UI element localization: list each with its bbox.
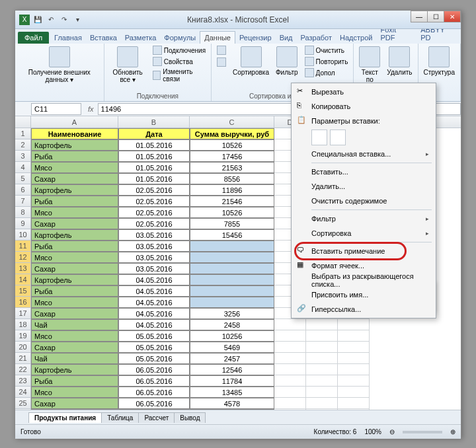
name-box[interactable]: C11 bbox=[31, 103, 81, 115]
redo-icon[interactable]: ↷ bbox=[59, 15, 69, 25]
cell[interactable]: Дата bbox=[118, 128, 190, 139]
text-to-columns-button[interactable]: Текст по bbox=[358, 45, 381, 85]
cell[interactable]: Мясо bbox=[31, 387, 118, 398]
cell[interactable] bbox=[306, 409, 338, 410]
cell[interactable]: Мясо bbox=[31, 252, 118, 263]
filter-clear-button[interactable]: Очистить bbox=[303, 45, 350, 56]
cell[interactable] bbox=[190, 297, 274, 308]
menu-sort[interactable]: Сортировка bbox=[293, 226, 434, 241]
cell[interactable]: 03.05.2016 bbox=[118, 252, 190, 263]
cell[interactable]: 17456 bbox=[190, 151, 274, 162]
cell[interactable]: 15456 bbox=[190, 229, 274, 241]
col-header-a[interactable]: A bbox=[31, 116, 118, 128]
cell[interactable] bbox=[274, 342, 306, 353]
cell[interactable]: 06.05.2016 bbox=[118, 364, 190, 375]
cell[interactable] bbox=[306, 387, 338, 398]
menu-comment[interactable]: 🗨Вставить примечание bbox=[293, 244, 434, 258]
row-header[interactable]: 7 bbox=[15, 196, 31, 207]
cell[interactable]: 11784 bbox=[190, 375, 274, 387]
tab-review[interactable]: Рецензир bbox=[235, 32, 276, 44]
filter-button[interactable]: Фильтр bbox=[274, 45, 299, 77]
cell[interactable]: Мясо bbox=[31, 297, 118, 308]
zoom-in-button[interactable]: ⊕ bbox=[450, 428, 456, 435]
qat-dropdown-icon[interactable]: ▾ bbox=[72, 15, 83, 25]
cell[interactable]: Сумма выручки, руб bbox=[190, 128, 274, 139]
undo-icon[interactable]: ↶ bbox=[46, 15, 56, 25]
cell[interactable] bbox=[306, 319, 338, 330]
cell[interactable]: Рыба bbox=[31, 375, 118, 387]
row-header[interactable]: 4 bbox=[15, 162, 31, 173]
cell[interactable]: 13485 bbox=[190, 387, 274, 398]
cell[interactable] bbox=[274, 375, 306, 387]
properties-button[interactable]: Свойства bbox=[151, 56, 207, 67]
cell[interactable] bbox=[338, 375, 370, 387]
row-header[interactable]: 11 bbox=[15, 241, 31, 252]
row-header[interactable]: 18 bbox=[15, 319, 31, 330]
cell[interactable]: Рыба bbox=[31, 285, 118, 297]
menu-delete[interactable]: Удалить... bbox=[293, 179, 434, 194]
cell[interactable]: Картофель bbox=[31, 229, 118, 241]
cell[interactable] bbox=[338, 364, 370, 375]
row-header[interactable]: 16 bbox=[15, 297, 31, 308]
minimize-button[interactable]: — bbox=[411, 11, 428, 22]
row-header[interactable]: 26 bbox=[15, 409, 31, 410]
cell[interactable]: 03.05.2016 bbox=[118, 241, 190, 252]
cell[interactable] bbox=[190, 241, 274, 252]
sheet-tab-4[interactable]: Вывод bbox=[174, 412, 206, 423]
sort-button[interactable]: Сортировка bbox=[231, 45, 270, 77]
cell[interactable]: 05.05.2016 bbox=[118, 330, 190, 342]
row-header[interactable]: 5 bbox=[15, 173, 31, 184]
cell[interactable]: Рыба bbox=[31, 151, 118, 162]
cell[interactable]: 12546 bbox=[190, 364, 274, 375]
cell[interactable]: 06.05.2016 bbox=[118, 387, 190, 398]
cell[interactable]: Мясо bbox=[31, 207, 118, 218]
row-header[interactable]: 12 bbox=[15, 252, 31, 263]
filter-advanced-button[interactable]: Допол bbox=[303, 67, 350, 78]
cell[interactable]: 03.05.2016 bbox=[118, 229, 190, 241]
cell[interactable]: Наименование bbox=[31, 128, 118, 139]
cell[interactable]: 11896 bbox=[190, 184, 274, 196]
cell[interactable]: 5418 bbox=[190, 409, 274, 410]
cell[interactable]: 06.05.2016 bbox=[118, 398, 190, 409]
menu-clear[interactable]: Очистить содержимое bbox=[293, 194, 434, 208]
outline-button[interactable]: Структура bbox=[422, 45, 456, 77]
cell[interactable]: 01.05.2016 bbox=[118, 162, 190, 173]
menu-cut[interactable]: ✂Вырезать bbox=[293, 85, 434, 99]
row-header[interactable]: 25 bbox=[15, 398, 31, 409]
sort-az-button[interactable] bbox=[216, 45, 227, 56]
row-header[interactable]: 15 bbox=[15, 285, 31, 297]
cell[interactable] bbox=[274, 319, 306, 330]
cell[interactable] bbox=[306, 398, 338, 409]
row-header[interactable]: 3 bbox=[15, 151, 31, 162]
row-header[interactable]: 13 bbox=[15, 263, 31, 274]
file-tab[interactable]: Файл bbox=[18, 32, 49, 44]
cell[interactable]: 01.05.2016 bbox=[118, 139, 190, 151]
tab-formulas[interactable]: Формулы bbox=[160, 32, 200, 44]
cell[interactable] bbox=[190, 285, 274, 297]
cell[interactable] bbox=[338, 398, 370, 409]
cell[interactable]: Сахар bbox=[31, 342, 118, 353]
cell[interactable]: 04.05.2016 bbox=[118, 297, 190, 308]
menu-insert[interactable]: Вставить... bbox=[293, 165, 434, 179]
cell[interactable] bbox=[338, 353, 370, 364]
cell[interactable]: 05.05.2016 bbox=[118, 353, 190, 364]
cell[interactable]: Сахар bbox=[31, 398, 118, 409]
row-header[interactable]: 1 bbox=[15, 128, 31, 139]
cell[interactable]: 04.05.2016 bbox=[118, 319, 190, 330]
cell[interactable] bbox=[274, 387, 306, 398]
cell[interactable]: 2458 bbox=[190, 319, 274, 330]
tab-view[interactable]: Вид bbox=[276, 32, 297, 44]
tab-developer[interactable]: Разработ bbox=[297, 32, 336, 44]
row-header[interactable]: 22 bbox=[15, 364, 31, 375]
cell[interactable] bbox=[306, 364, 338, 375]
cell[interactable]: 02.05.2016 bbox=[118, 207, 190, 218]
cell[interactable]: 8556 bbox=[190, 173, 274, 184]
refresh-all-button[interactable]: Обновить все ▾ bbox=[108, 45, 147, 85]
cell[interactable] bbox=[274, 409, 306, 410]
col-header-c[interactable]: C bbox=[190, 116, 274, 128]
cell[interactable]: Картофель bbox=[31, 184, 118, 196]
menu-paste-special[interactable]: Специальная вставка... bbox=[293, 147, 434, 161]
cell[interactable]: 03.05.2016 bbox=[118, 263, 190, 274]
cell[interactable] bbox=[190, 274, 274, 285]
tab-home[interactable]: Главная bbox=[50, 32, 86, 44]
